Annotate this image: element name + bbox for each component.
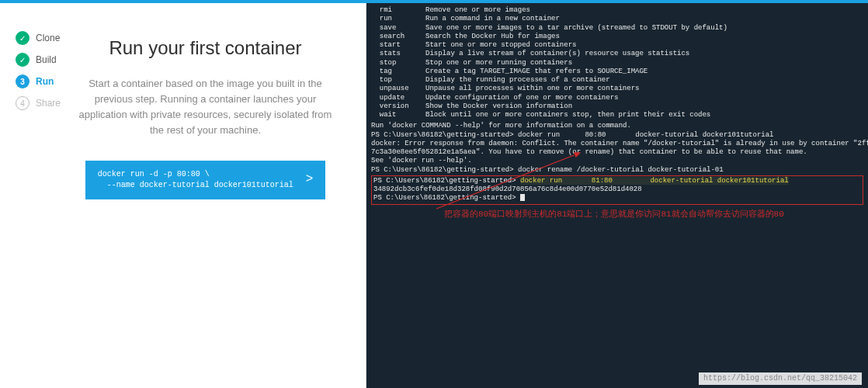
check-icon: ✓ [16,31,30,45]
command-help-row: waitBlock until one or more containers s… [371,111,863,120]
container-hash-line: 34892dcb3c6fef0de18d328fd08f90d2d70856a7… [373,185,861,194]
command-help-row: searchSearch the Docker Hub for images [371,33,863,41]
command-help-row: startStart one or more stopped container… [371,41,863,50]
error-line: 7c3a30e8ee5f052812e1a5aea". You have to … [371,148,863,157]
highlighted-command-box: PS C:\Users\86182\getting-started> docke… [371,175,863,205]
command-help-row: runRun a command in a new container [371,15,863,23]
command-help-row: topDisplay the running processes of a co… [371,76,863,85]
main-layout: ✓ Clone ✓ Build 3 Run 4 Share Run your f… [0,3,868,388]
rename-line: PS C:\Users\86182\getting-started> docke… [371,166,863,175]
annotation-text: 把容器的80端口映射到主机的81端口上；意思就是你访问81就会自动帮你去访问容器… [444,210,784,220]
command-help-row: updateUpdate configuration of one or mor… [371,94,863,102]
step-clone[interactable]: ✓ Clone [16,31,61,45]
steps-list: ✓ Clone ✓ Build 3 Run 4 Share [0,31,61,388]
step-run[interactable]: 3 Run [16,74,61,88]
step-share[interactable]: 4 Share [16,96,61,110]
tutorial-content: Run your first container Start a contain… [61,31,366,388]
prompt-cursor-line: PS C:\Users\86182\getting-started> [373,194,861,203]
command-help-row: stopStop one or more running containers [371,59,863,68]
command-help-row: versionShow the Docker version informati… [371,102,863,111]
run-command-button[interactable]: docker run -d -p 80:80 \ --name docker-t… [85,161,326,199]
step-label: Run [36,76,54,87]
command-help-row: saveSave one or more images to a tar arc… [371,24,863,33]
number-icon: 3 [16,74,30,88]
see-help-line: See 'docker run --help'. [371,157,863,165]
command-help-row: rmiRemove one or more images [371,6,863,15]
number-icon: 4 [16,96,30,110]
chevron-right-icon: > [306,171,314,188]
source-url-watermark: https://blog.csdn.net/qq_38215042 [699,372,862,386]
step-label: Clone [36,33,60,43]
prompt-line: PS C:\Users\86182\getting-started> docke… [371,131,863,140]
step-label: Share [36,98,61,109]
error-line: docker: Error response from daemon: Conf… [371,140,863,148]
tutorial-panel: ✓ Clone ✓ Build 3 Run 4 Share Run your f… [0,3,366,388]
highlighted-run-line: PS C:\Users\86182\getting-started> docke… [373,177,861,185]
step-build[interactable]: ✓ Build [16,53,61,67]
cursor-icon [520,194,525,201]
terminal-panel[interactable]: rmiRemove one or more images runRun a co… [366,3,868,388]
command-text: docker run -d -p 80:80 \ --name docker-t… [98,169,293,191]
step-label: Build [36,54,57,65]
terminal-output: rmiRemove one or more images runRun a co… [371,6,863,120]
command-help-row: statsDisplay a live stream of container(… [371,50,863,58]
command-help-row: unpauseUnpause all processes within one … [371,85,863,93]
command-help-row: tagCreate a tag TARGET_IMAGE that refers… [371,68,863,76]
help-hint: Run 'docker COMMAND --help' for more inf… [371,122,863,130]
page-title: Run your first container [68,37,342,59]
check-icon: ✓ [16,53,30,67]
page-description: Start a container based on the image you… [68,76,342,139]
